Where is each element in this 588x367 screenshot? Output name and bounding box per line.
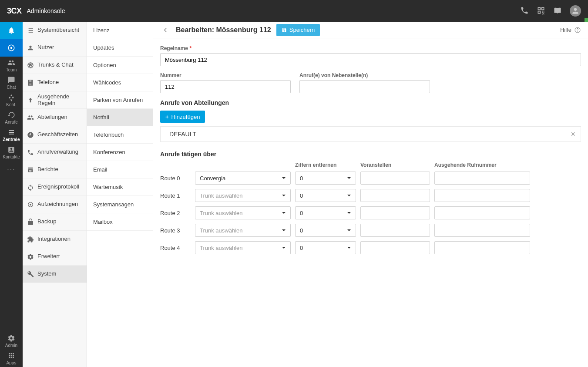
sidebar2-item-5[interactable]: Notfall <box>87 109 153 126</box>
sidebar1-item-6[interactable]: Geschäftszeiten <box>23 126 87 144</box>
sidebar1-label: Telefone <box>37 79 59 85</box>
sidebar1-item-4[interactable]: Ausgehende Regeln <box>23 91 87 109</box>
route-label: Route 3 <box>160 227 191 234</box>
sidebar1-label: Backup <box>37 219 56 225</box>
sidebar2-label: Lizenz <box>93 27 110 34</box>
rulename-input[interactable] <box>160 53 581 66</box>
rail-calls[interactable]: Anrufe <box>0 109 23 126</box>
section-dept: Anrufe von Abteilungen <box>160 99 581 106</box>
outnum-input[interactable] <box>434 206 530 219</box>
section-routes: Anrufe tätigen über <box>160 151 581 158</box>
sidebar1-item-3[interactable]: Telefone <box>23 74 87 91</box>
remove-dept-icon[interactable]: × <box>571 130 575 138</box>
sidebar2-label: Notfall <box>93 114 109 121</box>
outnum-input[interactable] <box>434 241 530 254</box>
sidebar2-item-2[interactable]: Optionen <box>87 57 153 74</box>
trunk-select[interactable]: Trunk auswählen <box>195 241 291 254</box>
route-label: Route 2 <box>160 210 191 216</box>
sidebar1-item-10[interactable]: Aufzeichnungen <box>23 196 87 213</box>
sidebar2-item-9[interactable]: Wartemusik <box>87 178 153 196</box>
trunk-select[interactable]: Trunk auswählen <box>195 224 291 237</box>
sidebar1-item-9[interactable]: Ereignisprotokoll <box>23 178 87 196</box>
sidebar1-item-0[interactable]: Systemübersicht <box>23 22 87 39</box>
rail-apps[interactable]: Apps <box>0 350 23 367</box>
trunk-select[interactable]: Convergia <box>195 172 291 185</box>
digits-select[interactable]: 0 <box>295 206 356 219</box>
ext-input[interactable] <box>299 80 430 93</box>
sidebar2-item-1[interactable]: Updates <box>87 39 153 57</box>
trunk-select[interactable]: Trunk auswählen <box>195 206 291 219</box>
rail-conf[interactable]: Konf. <box>0 91 23 109</box>
digits-select[interactable]: 0 <box>295 241 356 254</box>
rail-alerts[interactable] <box>0 22 23 39</box>
sidebar1-label: Geschäftszeiten <box>37 131 78 138</box>
chevron-down-icon <box>282 192 286 199</box>
user-avatar[interactable] <box>570 5 581 17</box>
rail-label: Chat <box>7 85 16 90</box>
chevron-down-icon <box>347 227 351 234</box>
sidebar1-item-5[interactable]: Abteilungen <box>23 109 87 126</box>
number-label: Nummer <box>160 72 291 78</box>
prepend-input[interactable] <box>360 224 430 237</box>
number-input[interactable] <box>160 80 291 93</box>
sidebar2-label: Wartemusik <box>93 184 123 190</box>
sidebar2-item-3[interactable]: Wählcodes <box>87 74 153 91</box>
rail-zentrale[interactable]: Zentrale <box>0 126 23 144</box>
outnum-input[interactable] <box>434 224 530 237</box>
sidebar1-item-14[interactable]: System <box>23 266 87 283</box>
rail-chrome[interactable] <box>0 39 23 57</box>
outnum-input[interactable] <box>434 172 530 185</box>
rail-team[interactable]: Team <box>0 57 23 74</box>
rail-more[interactable]: ··· <box>0 161 23 178</box>
sidebar1-label: Nutzer <box>37 44 54 51</box>
digits-select[interactable]: 0 <box>295 189 356 202</box>
logo: 3CX <box>7 7 22 16</box>
sidebar1-item-2[interactable]: Trunks & Chat <box>23 57 87 74</box>
route-label: Route 0 <box>160 175 191 182</box>
trunk-select[interactable]: Trunk auswählen <box>195 189 291 202</box>
qr-icon[interactable] <box>537 6 545 16</box>
sidebar2-item-4[interactable]: Parken von Anrufen <box>87 91 153 109</box>
sidebar2-item-0[interactable]: Lizenz <box>87 22 153 39</box>
prepend-input[interactable] <box>360 172 430 185</box>
sidebar2-item-11[interactable]: Mailbox <box>87 213 153 231</box>
sidebar1-item-13[interactable]: Erweitert <box>23 248 87 266</box>
sidebar1-item-12[interactable]: Integrationen <box>23 231 87 248</box>
save-button[interactable]: Speichern <box>276 24 320 36</box>
phone-icon[interactable] <box>520 6 529 16</box>
rail-label: Admin <box>5 343 17 348</box>
route-row-0: Route 0Convergia0 <box>160 172 581 185</box>
sidebar2-label: Konferenzen <box>93 149 125 155</box>
prepend-input[interactable] <box>360 241 430 254</box>
sidebar1-label: Abteilungen <box>37 114 67 120</box>
rail-admin[interactable]: Admin <box>0 332 23 350</box>
digits-select[interactable]: 0 <box>295 172 356 185</box>
help-link[interactable]: Hilfe <box>560 27 581 34</box>
back-button[interactable] <box>160 25 171 35</box>
sidebar1-item-8[interactable]: Berichte <box>23 161 87 178</box>
outnum-input[interactable] <box>434 189 530 202</box>
annotation-arrow <box>153 183 157 202</box>
digits-select[interactable]: 0 <box>295 224 356 237</box>
rail-label: Apps <box>7 360 17 365</box>
sidebar1-item-7[interactable]: Anrufverwaltung <box>23 144 87 161</box>
rail-contacts[interactable]: Kontakte <box>0 144 23 161</box>
sidebar-secondary: LizenzUpdatesOptionenWählcodesParken von… <box>87 22 153 367</box>
sidebar2-item-7[interactable]: Konferenzen <box>87 144 153 161</box>
sidebar2-item-8[interactable]: Email <box>87 161 153 178</box>
book-icon[interactable] <box>553 6 562 16</box>
sidebar2-item-6[interactable]: Telefonbuch <box>87 126 153 144</box>
add-label: Hinzufügen <box>171 114 200 120</box>
sidebar2-item-10[interactable]: Systemansagen <box>87 196 153 213</box>
dept-value: DEFAULT <box>166 131 196 138</box>
sidebar1-item-11[interactable]: Backup <box>23 213 87 231</box>
dept-row: DEFAULT × <box>160 126 581 142</box>
chevron-down-icon <box>347 192 351 199</box>
prepend-input[interactable] <box>360 206 430 219</box>
prepend-input[interactable] <box>360 189 430 202</box>
add-dept-button[interactable]: + Hinzufügen <box>160 111 205 123</box>
rail-chat[interactable]: Chat <box>0 74 23 91</box>
sidebar1-label: Ereignisprotokoll <box>37 184 79 190</box>
app-title: Adminkonsole <box>27 7 65 14</box>
sidebar1-item-1[interactable]: Nutzer <box>23 39 87 57</box>
